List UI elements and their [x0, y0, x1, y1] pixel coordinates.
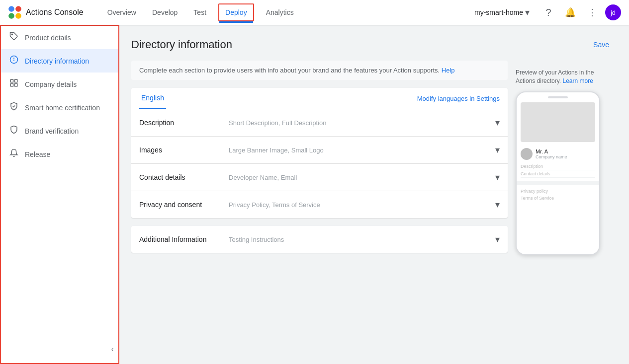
phone-avatar — [521, 148, 533, 160]
svg-rect-8 — [10, 79, 13, 82]
phone-user-row: Mr. A Company name — [521, 148, 595, 160]
preview-title: Preview of your Actions in the Actions d… — [516, 69, 609, 85]
nav-analytics[interactable]: Analytics — [258, 0, 302, 25]
shield-check-icon — [9, 102, 19, 113]
main-layout: Product details Directory information Co… — [0, 25, 629, 364]
accordion-label-description: Description — [139, 119, 229, 127]
learn-more-link[interactable]: Learn more — [562, 77, 593, 84]
two-col-layout: Complete each section to provide users w… — [131, 61, 617, 263]
accordion-label-contact: Contact details — [139, 173, 229, 181]
svg-point-2 — [8, 13, 14, 19]
preview-panel: Preview of your Actions in the Actions d… — [508, 61, 617, 263]
accordion-additional-info[interactable]: Additional Information Testing Instructi… — [131, 226, 508, 253]
accordion-hint-description: Short Description, Full Description — [229, 119, 495, 127]
svg-rect-9 — [15, 79, 17, 82]
lang-tabs: English Modify languages in Settings — [131, 88, 508, 109]
sidebar-item-company-details[interactable]: Company details — [1, 73, 118, 96]
sidebar: Product details Directory information Co… — [0, 25, 119, 364]
phone-privacy-policy: Privacy policy — [521, 188, 595, 195]
lang-tab-english[interactable]: English — [139, 88, 166, 109]
svg-rect-10 — [10, 84, 13, 86]
sidebar-label-release: Release — [25, 150, 50, 158]
help-icon: ? — [545, 7, 551, 18]
more-options-button[interactable]: ⋮ — [583, 3, 601, 21]
svg-point-4 — [11, 34, 12, 35]
accordion-description[interactable]: Description Short Description, Full Desc… — [131, 109, 508, 137]
info-banner: Complete each section to provide users w… — [131, 61, 508, 80]
phone-banner-image — [521, 102, 595, 142]
accordion-privacy-consent[interactable]: Privacy and consent Privacy Policy, Term… — [131, 191, 508, 218]
sidebar-collapse-button[interactable]: ‹ — [106, 343, 118, 355]
nav-overview[interactable]: Overview — [99, 0, 144, 25]
app-logo[interactable]: Actions Console — [8, 5, 84, 19]
accordion-contact-details[interactable]: Contact details Developer Name, Email ▾ — [131, 164, 508, 191]
accordion-label-privacy: Privacy and consent — [139, 201, 229, 209]
user-avatar[interactable]: jd — [605, 4, 621, 20]
chevron-down-icon-images: ▾ — [495, 145, 500, 155]
sidebar-item-directory-information[interactable]: Directory information — [1, 49, 118, 73]
grid-icon — [9, 78, 19, 90]
nav-develop[interactable]: Develop — [144, 0, 185, 25]
phone-section-divider — [517, 181, 599, 185]
chevron-down-icon: ▾ — [525, 7, 530, 18]
sidebar-item-product-details[interactable]: Product details — [1, 26, 118, 49]
phone-field-description: Description — [521, 163, 595, 170]
accordion-label-images: Images — [139, 146, 229, 154]
help-link[interactable]: Help — [442, 67, 455, 74]
svg-point-3 — [15, 13, 21, 19]
sidebar-item-release[interactable]: Release — [1, 143, 118, 166]
sidebar-label-product-details: Product details — [25, 34, 71, 42]
sidebar-item-brand-verification[interactable]: Brand verification — [1, 119, 118, 143]
google-logo-icon — [8, 5, 22, 19]
more-vert-icon: ⋮ — [588, 7, 597, 18]
phone-field-contact: Contact details — [521, 170, 595, 178]
phone-user-info: Mr. A Company name — [536, 148, 567, 159]
nav-links: Overview Develop Test Deploy Analytics — [99, 0, 468, 25]
project-name: my-smart-home — [474, 8, 523, 16]
modify-languages-link[interactable]: Modify languages in Settings — [417, 95, 500, 102]
project-selector[interactable]: my-smart-home ▾ — [468, 4, 536, 21]
shield-icon — [9, 125, 19, 137]
info-text: Complete each section to provide users w… — [139, 67, 440, 74]
main-col: Complete each section to provide users w… — [131, 61, 508, 263]
page-title: Directory information — [131, 38, 232, 51]
sidebar-label-company-details: Company details — [25, 80, 77, 88]
chevron-down-icon-description: ▾ — [495, 117, 500, 128]
phone-username: Mr. A — [536, 148, 567, 154]
chevron-down-icon-privacy: ▾ — [495, 199, 500, 210]
top-nav: Actions Console Overview Develop Test De… — [0, 0, 629, 25]
chevron-left-icon: ‹ — [111, 345, 114, 353]
help-button[interactable]: ? — [539, 3, 557, 21]
svg-point-1 — [15, 6, 21, 12]
svg-point-0 — [8, 6, 14, 12]
phone-company: Company name — [536, 154, 567, 159]
main-content: Directory information Save Complete each… — [119, 25, 629, 364]
content-header: Directory information Save — [131, 37, 617, 53]
nav-deploy[interactable]: Deploy — [218, 3, 254, 21]
accordion-label-additional: Additional Information — [139, 235, 229, 243]
accordion-images[interactable]: Images Large Banner Image, Small Logo ▾ — [131, 137, 508, 164]
chevron-down-icon-contact: ▾ — [495, 172, 500, 183]
sidebar-label-brand-verification: Brand verification — [25, 127, 79, 135]
nav-right: my-smart-home ▾ ? 🔔 ⋮ jd — [468, 3, 621, 21]
notifications-button[interactable]: 🔔 — [561, 3, 579, 21]
sidebar-label-directory-info: Directory information — [25, 57, 89, 65]
phone-speaker — [548, 96, 568, 98]
accordion-hint-privacy: Privacy Policy, Terms of Service — [229, 201, 495, 209]
phone-mockup: Mr. A Company name Description Contact d… — [516, 91, 600, 255]
release-icon — [9, 148, 19, 160]
sidebar-item-smart-home-cert[interactable]: Smart home certification — [1, 96, 118, 119]
tag-icon — [9, 32, 19, 43]
sidebar-label-smart-home-cert: Smart home certification — [25, 104, 100, 112]
app-title: Actions Console — [26, 8, 84, 17]
directory-info-card: English Modify languages in Settings Des… — [131, 88, 508, 218]
additional-info-card: Additional Information Testing Instructi… — [131, 226, 508, 253]
nav-test[interactable]: Test — [185, 0, 214, 25]
phone-terms-of-service: Terms of Service — [521, 195, 595, 202]
save-button[interactable]: Save — [585, 37, 617, 53]
phone-content: Mr. A Company name Description Contact d… — [521, 146, 595, 204]
svg-rect-11 — [15, 84, 17, 86]
info-icon — [9, 55, 19, 67]
bell-icon: 🔔 — [565, 7, 576, 18]
accordion-hint-additional: Testing Instructions — [229, 236, 495, 243]
